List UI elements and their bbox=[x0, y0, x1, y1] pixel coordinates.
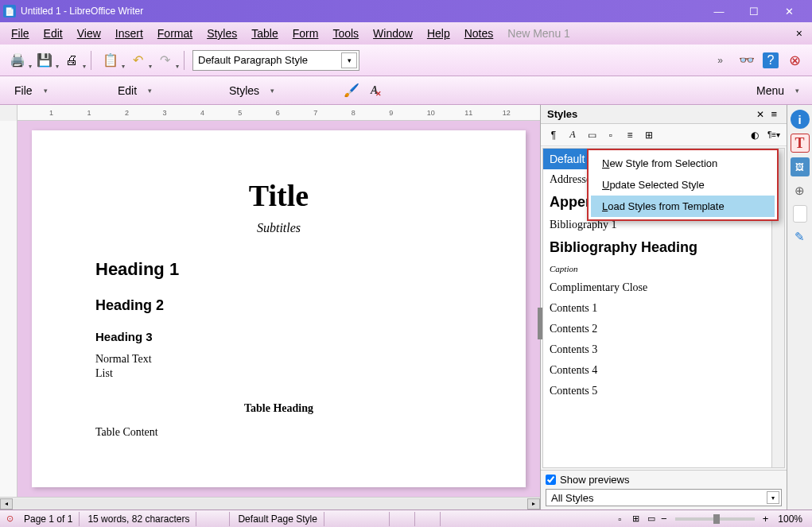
multi-page-view-icon[interactable]: ⊞ bbox=[629, 513, 642, 525]
properties-deck-icon[interactable]: i bbox=[791, 110, 810, 129]
doc-list[interactable]: List bbox=[95, 367, 462, 380]
document-page[interactable]: Title Subtitles Heading 1 Heading 2 Head… bbox=[32, 130, 526, 487]
export-button[interactable]: 🖨 bbox=[60, 49, 83, 72]
help-icon[interactable]: ? bbox=[763, 52, 779, 68]
style-inspector-icon[interactable]: ✎ bbox=[791, 227, 810, 246]
ctx-load-styles[interactable]: Load Styles from Template bbox=[591, 196, 775, 217]
ctx-update-style[interactable]: Update Selected Style bbox=[591, 174, 775, 196]
doc-title[interactable]: Title bbox=[95, 178, 462, 213]
style-item-contents-2[interactable]: Contents 2 bbox=[543, 319, 784, 339]
style-filter-combo[interactable]: All Styles ▾ bbox=[546, 489, 782, 506]
minimize-button[interactable]: — bbox=[709, 3, 729, 19]
style-item-contents-3[interactable]: Contents 3 bbox=[543, 339, 784, 360]
zoom-value[interactable]: 100% bbox=[771, 513, 809, 525]
style-item-caption[interactable]: Caption bbox=[543, 260, 784, 277]
scroll-track[interactable] bbox=[13, 498, 527, 510]
menu-format[interactable]: Format bbox=[151, 24, 199, 43]
chevron-down-icon[interactable]: ▾ bbox=[767, 491, 779, 504]
list-styles-icon[interactable]: ≡ bbox=[622, 127, 638, 143]
menu-styles[interactable]: Styles bbox=[200, 24, 243, 43]
page-deck-icon[interactable] bbox=[793, 205, 807, 223]
doc-normal-text[interactable]: Normal Text bbox=[95, 353, 462, 366]
menu-newmenu[interactable]: New Menu 1 bbox=[501, 24, 577, 43]
style-item-contents-1[interactable]: Contents 1 bbox=[543, 298, 784, 319]
menu-insert[interactable]: Insert bbox=[109, 24, 150, 43]
menu-close-doc[interactable]: × bbox=[791, 25, 807, 41]
show-previews-input[interactable] bbox=[546, 475, 556, 485]
doc-subtitle[interactable]: Subtitles bbox=[95, 221, 462, 235]
style-actions-icon[interactable]: ¶≡▾ bbox=[766, 127, 782, 143]
undo-button[interactable]: ↶ bbox=[126, 49, 149, 72]
style-list[interactable]: Default Paragraph Style Addressee Append… bbox=[542, 148, 785, 468]
menu-window[interactable]: Window bbox=[367, 24, 419, 43]
styles-deck-icon[interactable]: T bbox=[791, 134, 810, 153]
status-signature[interactable] bbox=[417, 512, 441, 526]
horizontal-scrollbar[interactable]: ◂ ▸ bbox=[0, 497, 540, 510]
menu-file[interactable]: File bbox=[5, 24, 36, 43]
zoom-slider[interactable] bbox=[675, 517, 755, 521]
tb2-menu[interactable]: Menu bbox=[752, 82, 789, 99]
menu-form[interactable]: Form bbox=[286, 24, 325, 43]
toolbar-expand[interactable]: » bbox=[717, 55, 723, 66]
maximize-button[interactable]: ☐ bbox=[744, 3, 764, 19]
panel-close-button[interactable]: ✕ bbox=[753, 109, 767, 120]
menu-notes[interactable]: Notes bbox=[458, 24, 500, 43]
menu-view[interactable]: View bbox=[71, 24, 107, 43]
vertical-ruler[interactable] bbox=[0, 121, 17, 497]
horizontal-ruler[interactable]: 1 1 2 3 4 5 6 7 8 9 10 11 12 bbox=[17, 105, 540, 121]
scroll-left-button[interactable]: ◂ bbox=[0, 498, 13, 510]
doc-heading-1[interactable]: Heading 1 bbox=[95, 259, 462, 280]
tb2-file[interactable]: File bbox=[10, 82, 37, 99]
clone-formatting-icon[interactable]: 🖌️ bbox=[344, 83, 359, 98]
panel-menu-button[interactable]: ≡ bbox=[767, 108, 780, 120]
table-styles-icon[interactable]: ⊞ bbox=[641, 127, 657, 143]
clear-formatting-icon[interactable]: A✕ bbox=[371, 84, 378, 97]
chevron-down-icon[interactable]: ▾ bbox=[145, 87, 155, 95]
save-button[interactable]: 💾 bbox=[33, 49, 56, 72]
scroll-right-button[interactable]: ▸ bbox=[527, 498, 540, 510]
book-view-icon[interactable]: ▭ bbox=[645, 513, 658, 525]
fill-format-icon[interactable]: ◐ bbox=[747, 127, 763, 143]
tb2-edit[interactable]: Edit bbox=[113, 82, 142, 99]
find-replace-icon[interactable]: 👓 bbox=[736, 49, 758, 72]
page-styles-icon[interactable]: ▫ bbox=[603, 127, 619, 143]
doc-table-content[interactable]: Table Content bbox=[95, 426, 462, 439]
navigator-deck-icon[interactable]: ⊕ bbox=[791, 181, 810, 200]
menu-tools[interactable]: Tools bbox=[326, 24, 365, 43]
print-button[interactable]: 🖨️ bbox=[6, 49, 29, 72]
doc-heading-2[interactable]: Heading 2 bbox=[95, 297, 462, 314]
close-button[interactable]: ✕ bbox=[779, 3, 799, 19]
status-language[interactable] bbox=[326, 512, 390, 526]
menu-table[interactable]: Table bbox=[245, 24, 284, 43]
status-insert-mode[interactable] bbox=[198, 512, 230, 526]
doc-table-heading[interactable]: Table Heading bbox=[95, 402, 462, 415]
style-item-contents-5[interactable]: Contents 5 bbox=[543, 381, 784, 401]
chevron-down-icon[interactable]: ▾ bbox=[267, 87, 278, 95]
paste-button[interactable]: 📋 bbox=[99, 49, 122, 72]
paragraph-style-combo[interactable]: Default Paragraph Style ▾ bbox=[192, 50, 359, 71]
redo-button[interactable]: ↷ bbox=[153, 49, 176, 72]
chevron-down-icon[interactable]: ▾ bbox=[792, 87, 802, 95]
paragraph-styles-icon[interactable]: ¶ bbox=[546, 127, 561, 143]
chevron-down-icon[interactable]: ▾ bbox=[341, 52, 357, 68]
close-toolbar-icon[interactable]: ⊗ bbox=[783, 49, 806, 72]
show-previews-checkbox[interactable]: Show previews bbox=[546, 474, 782, 486]
status-selection-mode[interactable] bbox=[391, 512, 415, 526]
status-page-style[interactable]: Default Page Style bbox=[231, 512, 324, 526]
menu-edit[interactable]: Edit bbox=[37, 24, 69, 43]
zoom-out-icon[interactable]: − bbox=[661, 513, 667, 525]
single-page-view-icon[interactable]: ▫ bbox=[613, 513, 626, 525]
chevron-down-icon[interactable]: ▾ bbox=[41, 87, 51, 95]
style-item-bibliography-heading[interactable]: Bibliography Heading bbox=[543, 235, 784, 260]
tb2-styles[interactable]: Styles bbox=[224, 82, 264, 99]
status-page[interactable]: Page 1 of 1 bbox=[17, 512, 80, 526]
style-item-contents-4[interactable]: Contents 4 bbox=[543, 360, 784, 381]
style-item-complimentary-close[interactable]: Complimentary Close bbox=[543, 277, 784, 298]
character-styles-icon[interactable]: A bbox=[565, 127, 581, 143]
ctx-new-style[interactable]: New Style from Selection bbox=[591, 153, 775, 174]
zoom-in-icon[interactable]: + bbox=[763, 513, 769, 525]
frame-styles-icon[interactable]: ▭ bbox=[584, 127, 600, 143]
save-status-icon[interactable]: ⊙ bbox=[3, 513, 16, 525]
gallery-deck-icon[interactable]: 🖼 bbox=[791, 157, 810, 176]
doc-heading-3[interactable]: Heading 3 bbox=[95, 330, 462, 343]
